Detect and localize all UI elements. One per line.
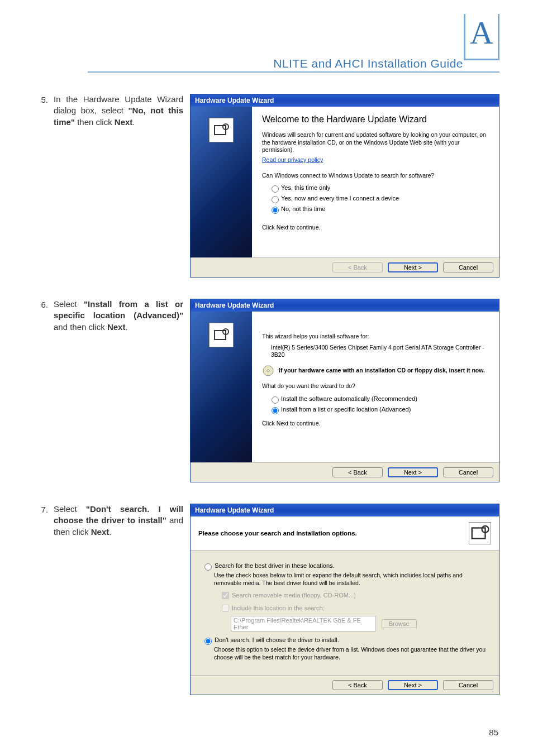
screenshot-wizard-1: Hardware Update Wizard Welcome to the Ha…	[190, 94, 499, 277]
radio-no[interactable]: No, not this time	[269, 205, 489, 214]
back-button: < Back	[332, 262, 383, 272]
step-5: 5. In the Hardware Update Wizard dialog …	[34, 94, 499, 277]
wizard-question: Can Windows connect to Windows Update to…	[262, 172, 489, 180]
radio-search[interactable]: Search for the best driver in these loca…	[202, 562, 488, 571]
page-header: NLITE and AHCI Installation Guide A	[34, 28, 499, 73]
radio-auto[interactable]: Install the software automatically (Reco…	[269, 395, 489, 404]
step-instruction: In the Hardware Update Wizard dialog box…	[54, 94, 190, 128]
wizard-intro-text: This wizard helps you install software f…	[262, 333, 489, 341]
page-number: 85	[489, 728, 498, 737]
screenshot-wizard-2: Hardware Update Wizard This wizard helps…	[190, 299, 499, 482]
cancel-button[interactable]: Cancel	[443, 680, 493, 690]
step-6: 6. Select "Install from a list or specif…	[34, 299, 499, 482]
hardware-icon	[209, 323, 234, 347]
step-number: 5.	[34, 94, 54, 104]
check-removable: Search removable media (floppy, CD-ROM..…	[220, 592, 356, 599]
radio-yes-once[interactable]: Yes, this time only	[269, 184, 489, 193]
wizard-heading: Welcome to the Hardware Update Wizard	[262, 114, 489, 125]
window-title: Hardware Update Wizard	[191, 299, 499, 312]
next-button[interactable]: Next >	[388, 467, 438, 477]
path-input: C:\Program Files\Realtek\REALTEK GbE & F…	[231, 616, 376, 631]
svg-rect-6	[472, 528, 486, 539]
wizard-intro-text: Windows will search for current and upda…	[262, 131, 489, 154]
appendix-letter: A	[470, 17, 493, 49]
wizard-sidebar	[191, 312, 252, 462]
next-button[interactable]: Next >	[388, 680, 438, 690]
header-title: NLITE and AHCI Installation Guide	[273, 57, 463, 70]
radio-yes-always[interactable]: Yes, now and every time I connect a devi…	[269, 194, 489, 203]
wizard-question: What do you want the wizard to do?	[262, 382, 489, 390]
next-button[interactable]: Next >	[388, 262, 438, 272]
cd-hint: If your hardware came with an installati…	[279, 367, 485, 375]
device-name: Intel(R) 5 Series/3400 Series Chipset Fa…	[271, 344, 489, 359]
step-7: 7. Select "Don't search. I will choose t…	[34, 504, 499, 695]
step-number: 7.	[34, 504, 54, 514]
privacy-link[interactable]: Read our privacy policy	[262, 156, 323, 163]
window-title: Hardware Update Wizard	[191, 94, 499, 107]
cancel-button[interactable]: Cancel	[443, 262, 493, 272]
svg-point-5	[267, 370, 269, 372]
back-button[interactable]: < Back	[332, 680, 383, 690]
step-instruction: Select "Don't search. I will choose the …	[54, 504, 190, 538]
radio-dont-search[interactable]: Don't search. I will choose the driver t…	[202, 636, 488, 645]
step-number: 6.	[34, 299, 54, 309]
step-instruction: Select "Install from a list or specific …	[54, 299, 190, 333]
svg-rect-2	[215, 331, 226, 339]
wizard-sidebar	[191, 107, 252, 257]
hardware-icon	[469, 522, 491, 544]
svg-rect-0	[215, 126, 226, 135]
hardware-icon	[209, 118, 234, 142]
header-rule	[88, 71, 499, 73]
appendix-badge: A	[464, 14, 499, 60]
search-desc: Use the check boxes below to limit or ex…	[214, 572, 488, 587]
screenshot-wizard-3: Hardware Update Wizard Please choose you…	[190, 504, 499, 695]
window-title: Hardware Update Wizard	[191, 504, 499, 516]
cd-icon	[262, 365, 274, 377]
back-button[interactable]: < Back	[332, 467, 383, 477]
continue-text: Click Next to continue.	[262, 224, 489, 232]
dont-search-desc: Choose this option to select the device …	[214, 646, 488, 661]
continue-text: Click Next to continue.	[262, 420, 489, 428]
radio-advanced[interactable]: Install from a list or specific location…	[269, 405, 489, 414]
wizard-heading: Please choose your search and installati…	[198, 530, 357, 537]
browse-button: Browse	[382, 619, 417, 628]
cancel-button[interactable]: Cancel	[443, 467, 493, 477]
check-location: Include this location in the search:	[220, 605, 325, 611]
